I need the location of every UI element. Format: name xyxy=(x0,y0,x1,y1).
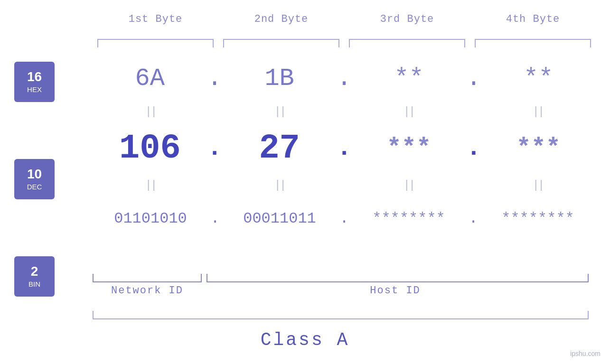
bin-sep1: . xyxy=(208,210,222,227)
bin-sep2: . xyxy=(338,210,351,227)
rows-container: 6A . 1B . ** . ** || || xyxy=(93,57,596,240)
hex-row: 6A . 1B . ** . ** xyxy=(93,57,596,100)
hex-sep1: . xyxy=(207,65,222,93)
dec-b3: *** xyxy=(352,134,467,162)
eq1-c1: || xyxy=(93,105,208,118)
top-brackets xyxy=(93,39,596,47)
base-dec: 10 DEC xyxy=(14,159,55,199)
header-col4: 4th Byte xyxy=(470,13,596,25)
network-host-brackets xyxy=(93,274,589,282)
host-bracket xyxy=(206,274,589,282)
bracket-3 xyxy=(349,39,465,47)
base-bin: 2 BIN xyxy=(14,256,55,297)
equals-row-1: || || || || xyxy=(93,100,596,123)
eq1-c3: || xyxy=(351,105,467,118)
id-labels: Network ID Host ID xyxy=(93,285,589,297)
bin-b4: ******** xyxy=(480,210,596,227)
eq1-c4: || xyxy=(480,105,596,118)
eq2-c4: || xyxy=(480,179,596,192)
dec-name: DEC xyxy=(27,183,42,191)
bracket-4 xyxy=(475,39,591,47)
network-id-label: Network ID xyxy=(93,285,202,297)
eq1-c2: || xyxy=(222,105,338,118)
hex-sep3: . xyxy=(466,65,481,93)
dec-sep1: . xyxy=(207,134,222,162)
bin-name: BIN xyxy=(28,280,40,288)
bin-b1: 01101010 xyxy=(93,210,208,227)
bin-row: 01101010 . 00011011 . ******** . *******… xyxy=(93,197,596,240)
host-id-label: Host ID xyxy=(202,285,589,297)
hex-b4: ** xyxy=(481,65,596,93)
bin-sep3: . xyxy=(467,210,480,227)
hex-name: HEX xyxy=(27,85,42,93)
header-col1: 1st Byte xyxy=(93,13,218,25)
bin-number: 2 xyxy=(31,265,38,278)
bracket-2 xyxy=(223,39,339,47)
byte-headers: 1st Byte 2nd Byte 3rd Byte 4th Byte xyxy=(93,13,596,25)
header-col2: 2nd Byte xyxy=(218,13,344,25)
dec-sep3: . xyxy=(466,134,481,162)
hex-number: 16 xyxy=(27,70,42,84)
bin-b2: 00011011 xyxy=(222,210,338,227)
eq2-c2: || xyxy=(222,179,338,192)
network-bracket xyxy=(93,274,202,282)
dec-sep2: . xyxy=(337,134,351,162)
equals-row-2: || || || || xyxy=(93,173,596,197)
dec-b1: 106 xyxy=(93,129,207,168)
main-container: 1st Byte 2nd Byte 3rd Byte 4th Byte 16 H… xyxy=(0,0,610,364)
eq2-c1: || xyxy=(93,179,208,192)
hex-b2: 1B xyxy=(222,65,337,93)
class-label: Class A xyxy=(0,330,610,350)
dec-row: 106 . 27 . *** . *** xyxy=(93,123,596,173)
base-labels: 16 HEX 10 DEC 2 BIN xyxy=(14,62,55,297)
hex-b3: ** xyxy=(352,65,467,93)
dec-b2: 27 xyxy=(222,129,337,168)
dec-b4: *** xyxy=(481,134,596,162)
watermark: ipshu.com xyxy=(570,350,601,357)
base-hex: 16 HEX xyxy=(14,62,55,102)
bin-b3: ******** xyxy=(351,210,467,227)
header-col3: 3rd Byte xyxy=(344,13,470,25)
bracket-1 xyxy=(97,39,214,47)
hex-sep2: . xyxy=(337,65,351,93)
eq2-c3: || xyxy=(351,179,467,192)
dec-number: 10 xyxy=(27,168,42,181)
class-bracket xyxy=(93,311,589,319)
hex-b1: 6A xyxy=(93,65,207,93)
